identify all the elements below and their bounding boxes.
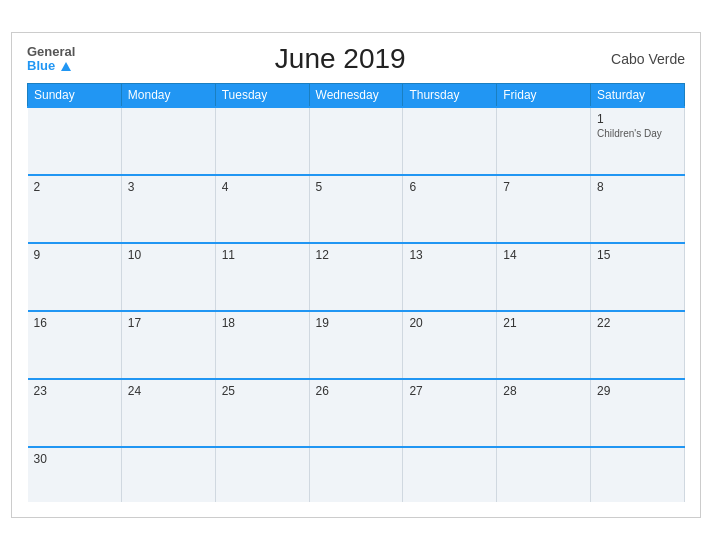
week-row-3: 9101112131415 [28,243,685,311]
calendar-cell: 11 [215,243,309,311]
calendar-cell: 27 [403,379,497,447]
calendar-cell [121,107,215,175]
calendar-cell: 24 [121,379,215,447]
weekday-header-row: SundayMondayTuesdayWednesdayThursdayFrid… [28,84,685,108]
calendar-cell: 18 [215,311,309,379]
day-number: 12 [316,248,397,262]
month-title: June 2019 [275,43,406,75]
calendar-cell: 8 [591,175,685,243]
calendar-cell: 3 [121,175,215,243]
day-number: 19 [316,316,397,330]
calendar-cell: 21 [497,311,591,379]
weekday-wednesday: Wednesday [309,84,403,108]
calendar-cell [403,107,497,175]
calendar-cell: 17 [121,311,215,379]
calendar-cell: 14 [497,243,591,311]
calendar-cell: 19 [309,311,403,379]
calendar-cell: 6 [403,175,497,243]
day-number: 7 [503,180,584,194]
calendar-cell [309,107,403,175]
calendar-cell: 2 [28,175,122,243]
calendar-cell: 9 [28,243,122,311]
day-number: 3 [128,180,209,194]
day-number: 16 [34,316,115,330]
day-number: 22 [597,316,678,330]
calendar-cell [121,447,215,502]
weekday-tuesday: Tuesday [215,84,309,108]
calendar-cell: 16 [28,311,122,379]
day-number: 9 [34,248,115,262]
calendar-cell: 20 [403,311,497,379]
calendar-cell: 1Children's Day [591,107,685,175]
day-number: 28 [503,384,584,398]
weekday-friday: Friday [497,84,591,108]
day-number: 4 [222,180,303,194]
calendar-cell [497,107,591,175]
week-row-5: 23242526272829 [28,379,685,447]
day-number: 13 [409,248,490,262]
calendar-cell: 25 [215,379,309,447]
calendar-cell: 4 [215,175,309,243]
day-number: 10 [128,248,209,262]
calendar-table: SundayMondayTuesdayWednesdayThursdayFrid… [27,83,685,502]
calendar-cell [28,107,122,175]
day-number: 29 [597,384,678,398]
calendar-cell: 10 [121,243,215,311]
day-number: 17 [128,316,209,330]
calendar-cell: 13 [403,243,497,311]
calendar-cell: 15 [591,243,685,311]
week-row-6: 30 [28,447,685,502]
day-number: 25 [222,384,303,398]
day-number: 5 [316,180,397,194]
event-label: Children's Day [597,128,678,139]
day-number: 18 [222,316,303,330]
day-number: 23 [34,384,115,398]
day-number: 30 [34,452,115,466]
day-number: 27 [409,384,490,398]
day-number: 20 [409,316,490,330]
week-row-2: 2345678 [28,175,685,243]
day-number: 8 [597,180,678,194]
calendar-cell: 7 [497,175,591,243]
calendar-cell: 5 [309,175,403,243]
calendar-cell [309,447,403,502]
weekday-monday: Monday [121,84,215,108]
logo: General Blue [27,45,75,74]
country-label: Cabo Verde [605,51,685,67]
day-number: 15 [597,248,678,262]
calendar-cell [403,447,497,502]
day-number: 21 [503,316,584,330]
weekday-saturday: Saturday [591,84,685,108]
day-number: 11 [222,248,303,262]
calendar-cell: 30 [28,447,122,502]
calendar-cell: 12 [309,243,403,311]
weekday-thursday: Thursday [403,84,497,108]
calendar-header: General Blue June 2019 Cabo Verde [27,43,685,75]
week-row-1: 1Children's Day [28,107,685,175]
day-number: 24 [128,384,209,398]
week-row-4: 16171819202122 [28,311,685,379]
logo-blue-row: Blue [27,59,71,73]
weekday-sunday: Sunday [28,84,122,108]
calendar-cell [591,447,685,502]
calendar-cell [497,447,591,502]
logo-general-text: General [27,45,75,59]
day-number: 2 [34,180,115,194]
calendar-cell [215,447,309,502]
calendar-cell: 23 [28,379,122,447]
calendar-cell: 28 [497,379,591,447]
day-number: 14 [503,248,584,262]
day-number: 6 [409,180,490,194]
day-number: 1 [597,112,678,126]
calendar-container: General Blue June 2019 Cabo Verde Sunday… [11,32,701,518]
calendar-cell: 22 [591,311,685,379]
logo-blue-text: Blue [27,58,55,73]
logo-triangle-icon [61,62,71,71]
calendar-cell: 26 [309,379,403,447]
calendar-cell [215,107,309,175]
calendar-cell: 29 [591,379,685,447]
day-number: 26 [316,384,397,398]
